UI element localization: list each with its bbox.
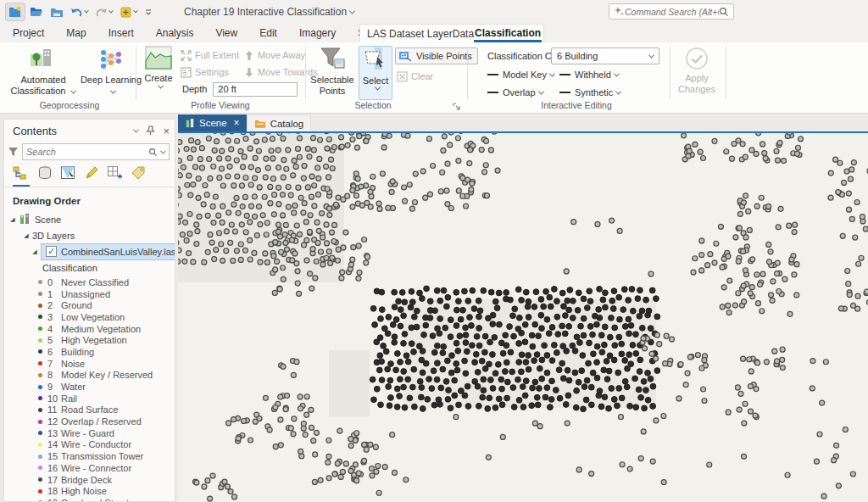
add-item-dropdown-chevron[interactable] xyxy=(133,8,138,14)
legend-item-14[interactable]: 14Wire - Conductor xyxy=(4,439,175,451)
undo-button[interactable] xyxy=(68,3,91,21)
select-button[interactable]: Select xyxy=(359,46,392,100)
contextual-tab-data[interactable]: Data xyxy=(453,28,474,40)
ribbon-tab-map[interactable]: Map xyxy=(66,27,86,39)
create-profile-button[interactable]: Create xyxy=(140,46,177,98)
list-by-labeling-tab[interactable] xyxy=(131,165,147,187)
visible-points-button[interactable]: Visible Points xyxy=(395,47,478,64)
undo-dropdown-chevron[interactable] xyxy=(84,8,89,14)
ribbon-tab-imagery[interactable]: Imagery xyxy=(299,27,336,39)
apply-changes-button[interactable]: Apply Changes xyxy=(673,46,721,98)
scene-viewport[interactable] xyxy=(178,131,868,502)
view-tab-catalog[interactable]: Catalog xyxy=(247,114,312,131)
redo-button[interactable] xyxy=(92,3,115,21)
legend-item-15[interactable]: 15Transmission Tower xyxy=(4,450,175,462)
close-view-icon[interactable]: × xyxy=(234,117,240,129)
quick-access-toolbar xyxy=(0,3,155,21)
legend-item-10[interactable]: 10Rail xyxy=(4,393,175,404)
contextual-tab-classification[interactable]: Classification xyxy=(474,25,542,42)
contents-search[interactable] xyxy=(22,143,170,160)
tree-item-3d-layers[interactable]: ◢ 3D Layers xyxy=(4,227,175,243)
full-extent-button[interactable]: Full Extent xyxy=(181,48,239,62)
legend-label: Water xyxy=(61,382,86,392)
model-key-swatch xyxy=(487,74,498,75)
classification-code-combo[interactable]: 6 Building xyxy=(551,47,659,64)
legend-item-11[interactable]: 11Road Surface xyxy=(4,404,175,416)
selection-dialog-launcher[interactable] xyxy=(453,102,461,114)
contents-search-input[interactable] xyxy=(26,147,148,157)
filter-icon[interactable] xyxy=(8,147,19,157)
legend-item-16[interactable]: 16Wire - Connector xyxy=(4,462,175,474)
close-pane-icon[interactable]: × xyxy=(163,125,170,137)
legend-label: Wire - Conductor xyxy=(61,439,131,449)
ribbon-tab-edit[interactable]: Edit xyxy=(259,27,277,39)
legend-item-19[interactable]: 19Overhead Structure xyxy=(4,497,175,502)
list-by-data-source-tab[interactable] xyxy=(37,165,53,187)
list-by-drawing-order-tab[interactable] xyxy=(13,165,30,187)
legend-item-5[interactable]: 5High Vegetation xyxy=(4,334,175,346)
legend-item-12[interactable]: 12Overlap / Reserved xyxy=(4,416,175,427)
overlap-flag[interactable]: Overlap xyxy=(487,86,543,99)
scene-canvas[interactable] xyxy=(178,133,868,502)
ribbon-tab-insert[interactable]: Insert xyxy=(108,27,134,39)
layer-row-selected[interactable]: ✓ CombinedSanLuisValley.lasd xyxy=(41,243,175,260)
ribbon-tab-project[interactable]: Project xyxy=(13,27,44,39)
redo-dropdown-chevron[interactable] xyxy=(108,8,114,14)
add-item-button[interactable] xyxy=(117,3,140,21)
legend-item-2[interactable]: 2Ground xyxy=(4,299,175,311)
command-search[interactable] xyxy=(609,3,734,20)
command-search-input[interactable] xyxy=(625,7,719,17)
3d-layers-expander[interactable]: ◢ xyxy=(23,232,30,239)
legend-item-4[interactable]: 4Medium Vegetation xyxy=(4,323,175,335)
legend-item-3[interactable]: 3Low Vegetation xyxy=(4,311,175,323)
legend-code: 13 xyxy=(47,428,61,438)
model-key-flag[interactable]: Model Key xyxy=(487,68,554,81)
layer-expander[interactable]: ◢ xyxy=(31,248,38,255)
selectable-points-button[interactable]: Selectable Points xyxy=(309,46,356,98)
deep-learning-button[interactable]: Deep Learning xyxy=(78,46,144,98)
pin-icon[interactable] xyxy=(146,126,155,136)
ribbon-tab-row: ProjectMapInsertAnalysisViewEditImageryS… xyxy=(0,24,868,42)
scene-expander[interactable]: ◢ xyxy=(9,216,16,223)
new-project-icon xyxy=(8,6,22,18)
view-tab-scene[interactable]: Scene × xyxy=(178,114,247,131)
clear-button[interactable]: Clear xyxy=(397,70,433,83)
contextual-tab-las-dataset-layer[interactable]: LAS Dataset Layer xyxy=(367,28,453,40)
ribbon-tab-view[interactable]: View xyxy=(215,27,237,39)
move-towards-button[interactable]: Move Towards xyxy=(244,65,318,79)
move-away-button[interactable]: Move Away xyxy=(244,48,305,62)
depth-input[interactable] xyxy=(213,82,298,97)
deep-learning-chevron xyxy=(109,88,115,94)
legend-item-9[interactable]: 9Water xyxy=(4,381,175,393)
legend-item-1[interactable]: 1Unassigned xyxy=(4,288,175,300)
automated-classification-button[interactable]: Automated Classification xyxy=(10,46,76,98)
open-project-button[interactable] xyxy=(27,3,46,21)
new-project-button[interactable] xyxy=(5,3,25,21)
layer-visibility-checkbox[interactable]: ✓ xyxy=(46,246,57,257)
list-by-selection-tab[interactable] xyxy=(60,165,76,187)
ribbon: Automated Classification Deep Learning G… xyxy=(0,42,868,114)
legend-item-7[interactable]: 7Noise xyxy=(4,358,175,370)
pane-options-button[interactable] xyxy=(134,129,138,133)
legend-item-17[interactable]: 17Bridge Deck xyxy=(4,474,175,486)
save-project-icon xyxy=(50,6,64,18)
withheld-flag[interactable]: Withheld xyxy=(559,68,619,81)
tree-item-scene[interactable]: ◢ Scene xyxy=(4,211,175,227)
legend-item-13[interactable]: 13Wire - Guard xyxy=(4,427,175,439)
ribbon-tab-analysis[interactable]: Analysis xyxy=(156,27,194,39)
project-title[interactable]: Chapter 19 Interactive Classification xyxy=(184,6,354,18)
list-by-editing-tab[interactable] xyxy=(84,165,99,187)
legend-symbol-18 xyxy=(38,489,42,494)
save-project-button[interactable] xyxy=(47,3,66,21)
customize-qat-button[interactable] xyxy=(142,3,155,21)
legend-code: 16 xyxy=(47,463,61,473)
synthetic-flag[interactable]: Synthetic xyxy=(559,86,620,99)
legend-item-0[interactable]: 0Never Classified xyxy=(4,276,175,288)
profile-settings-button[interactable]: Settings xyxy=(181,65,229,79)
legend-item-6[interactable]: 6Building xyxy=(4,346,175,358)
contents-search-chevron[interactable] xyxy=(160,148,166,153)
list-by-snapping-tab[interactable] xyxy=(107,165,123,187)
tree-item-layer[interactable]: ◢ ✓ CombinedSanLuisValley.lasd xyxy=(4,243,175,259)
legend-item-18[interactable]: 18High Noise xyxy=(4,485,175,497)
legend-item-8[interactable]: 8Model Key / Reserved xyxy=(4,370,175,382)
